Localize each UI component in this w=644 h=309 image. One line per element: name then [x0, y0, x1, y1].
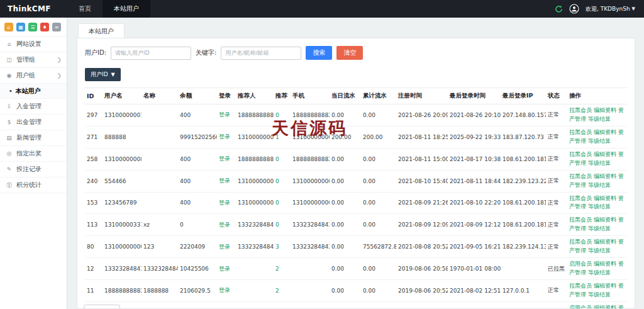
phone-cell: 13323284843 [291, 236, 330, 258]
login-cell: 登录 [217, 280, 236, 302]
login-link[interactable]: 登录 [219, 133, 230, 140]
operation-link[interactable]: 等级结算 [588, 203, 611, 210]
sidebar-subitem[interactable]: •本站用户 [0, 84, 67, 99]
operation-link[interactable]: 等级结算 [588, 269, 611, 276]
referral-count-link[interactable]: 0 [275, 178, 279, 184]
status-cell: 正常 [546, 192, 567, 214]
sidebar-item[interactable]: $出金管理 [0, 115, 67, 130]
operation-link[interactable]: 拉黑会员 [569, 216, 592, 223]
referral-count-link[interactable]: 0 [275, 156, 279, 162]
total-flow-cell: 75562872.80 [361, 236, 396, 258]
operation-link[interactable]: 编辑资料 [594, 151, 616, 157]
operation-link[interactable]: 启用会员 [569, 261, 592, 267]
operation-link[interactable]: 编辑资料 [594, 195, 616, 201]
dropdown-label: 用户ID [91, 70, 108, 79]
operation-link[interactable]: 拉黑会员 [569, 151, 592, 157]
nav-item-site-users[interactable]: 本站用户 [103, 0, 150, 18]
sidebar-item[interactable]: ⇩入金管理 [0, 99, 67, 115]
nav-item-home[interactable]: 首页 [67, 0, 103, 18]
user-id-input[interactable] [111, 47, 191, 60]
login-cell: 登录 [217, 126, 236, 148]
records-icon: ✎ [5, 166, 13, 172]
tab-strip: 本站用户 [68, 18, 644, 38]
referral-count-link[interactable]: 0 [275, 199, 279, 206]
referral-count-cell: 2 [274, 280, 291, 302]
referral-count-link[interactable]: 0 [275, 222, 279, 228]
login-link[interactable]: 登录 [219, 199, 230, 206]
sidebar-item[interactable]: ▤新闻管理 [0, 130, 67, 146]
operation-link[interactable]: 拉黑会员 [569, 283, 592, 289]
referral-count-cell: 0 [274, 214, 291, 236]
operations-cell: 拉黑会员 编辑资料 资产管理 等级结算 [567, 148, 627, 170]
operation-link[interactable]: 拉黑会员 [569, 107, 592, 113]
column-header: 推荐人 [236, 88, 274, 104]
avatar-icon[interactable] [569, 4, 579, 14]
pagination-stub[interactable] [84, 305, 120, 309]
operation-link[interactable]: 等级结算 [588, 138, 611, 144]
operation-link[interactable]: 等级结算 [588, 225, 611, 232]
user-id-dropdown[interactable]: 用户ID ▼ [85, 68, 121, 81]
operation-link[interactable]: 拉黑会员 [569, 239, 592, 245]
referral-count-link[interactable]: 2 [275, 288, 279, 294]
operation-link[interactable]: 等级结算 [588, 291, 611, 298]
last-login-ip-cell: 183.87.120.73 [501, 126, 546, 148]
login-link[interactable]: 登录 [219, 222, 230, 228]
sidebar-item[interactable]: ⌂网站设置 [0, 37, 67, 52]
keyword-input[interactable] [221, 47, 301, 60]
referral-count-link[interactable]: 1 [275, 134, 279, 140]
column-header: 注册时间 [396, 88, 448, 104]
referral-count-link[interactable]: 0 [275, 112, 279, 118]
operations-cell: 拉黑会员 编辑资料 资产管理 等级结算 [567, 104, 627, 126]
column-header: 状态 [546, 88, 567, 104]
operation-link[interactable]: 编辑资料 [594, 216, 616, 223]
table-row: 11313100000331xz0登录133232848430133232848… [85, 214, 627, 236]
refresh-icon[interactable] [555, 5, 563, 13]
sidebar-item[interactable]: ✎投注记录 [0, 162, 67, 177]
operation-link[interactable]: 编辑资料 [594, 173, 616, 179]
last-login-time-cell: 1970-01-01 08:00:00 [448, 301, 501, 309]
sidebar-item-label: 出金管理 [16, 118, 42, 126]
clear-button[interactable]: 清空 [336, 46, 363, 60]
login-link[interactable]: 登录 [219, 155, 230, 162]
login-link[interactable]: 登录 [219, 244, 230, 250]
sidebar-item[interactable]: ◫管理组❯ [0, 52, 67, 68]
operation-link[interactable]: 启用会员 [569, 305, 592, 309]
login-link[interactable]: 登录 [219, 177, 230, 184]
quick-alert-icon[interactable]: ♦ [40, 23, 49, 31]
operation-link[interactable]: 拉黑会员 [569, 173, 592, 179]
operation-link[interactable]: 等级结算 [588, 160, 611, 166]
user-menu[interactable]: 欢迎, TKDBynSh ▼ [586, 5, 635, 13]
operation-link[interactable]: 等级结算 [588, 247, 611, 254]
bullet-icon: • [9, 88, 13, 94]
search-button[interactable]: 搜索 [306, 46, 332, 60]
quick-list-icon[interactable]: ☰ [28, 23, 37, 31]
quick-grid-icon[interactable]: ▦ [16, 23, 25, 31]
quick-menu-icon[interactable]: ≡ [52, 23, 61, 31]
operation-link[interactable]: 拉黑会员 [569, 129, 592, 135]
operation-link[interactable]: 拉黑会员 [569, 195, 592, 201]
name-cell: xz [142, 214, 178, 236]
operation-link[interactable]: 编辑资料 [594, 305, 616, 309]
name-cell [142, 126, 178, 148]
sidebar-item[interactable]: Ⓥ积分统计 [0, 177, 67, 193]
sidebar-item[interactable]: ◎指定出奖 [0, 146, 67, 162]
login-link[interactable]: 登录 [219, 111, 230, 118]
operation-link[interactable]: 编辑资料 [594, 261, 616, 267]
operation-link[interactable]: 等级结算 [588, 116, 611, 122]
operation-link[interactable]: 编辑资料 [594, 283, 616, 289]
login-link[interactable]: 登录 [219, 266, 230, 272]
column-header: 累计流水 [361, 88, 396, 104]
referrer-cell: 13323284843 [236, 236, 274, 258]
referral-count-link[interactable]: 3 [275, 244, 279, 250]
operation-link[interactable]: 编辑资料 [594, 239, 616, 245]
login-link[interactable]: 登录 [219, 287, 230, 293]
last-login-time-cell: 2021-08-17 10:38:49 [448, 148, 501, 170]
operation-link[interactable]: 等级结算 [588, 182, 611, 188]
operation-link[interactable]: 编辑资料 [594, 129, 616, 135]
brand-logo[interactable]: ThinkCMF [0, 0, 67, 18]
referral-count-link[interactable]: 2 [275, 266, 279, 272]
operation-link[interactable]: 编辑资料 [594, 107, 616, 113]
chevron-right-icon: ❯ [57, 72, 62, 79]
quick-home-icon[interactable]: ⌂ [4, 23, 13, 31]
sidebar-item[interactable]: ◉用户组❯ [0, 68, 67, 84]
